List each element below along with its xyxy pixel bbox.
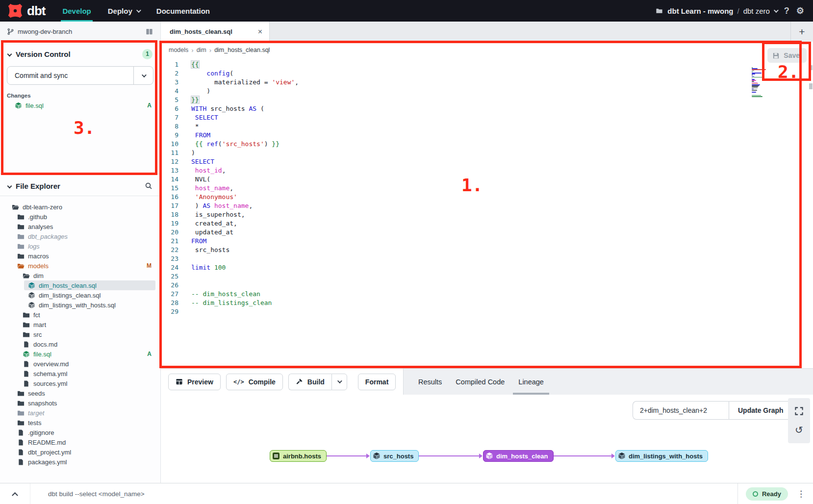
compile-button[interactable]: </> Compile [226, 374, 283, 390]
commit-and-sync-button[interactable]: Commit and sync [7, 66, 153, 85]
gear-icon[interactable]: ⚙ [796, 6, 804, 15]
tree-item-logs[interactable]: logs [13, 241, 155, 251]
tree-item-seeds[interactable]: seeds [13, 388, 155, 398]
tree-item-dim_hosts_clean.sql[interactable]: dim_hosts_clean.sql [24, 280, 155, 290]
code-line[interactable]: 3 materialized = 'view', [161, 78, 813, 87]
code-line[interactable]: 12SELECT [161, 157, 813, 166]
tree-item-.github[interactable]: .github [13, 212, 155, 222]
code-line[interactable]: 15 host_name, [161, 184, 813, 193]
code-line[interactable]: 26 [161, 281, 813, 290]
breadcrumb-models[interactable]: models [169, 47, 188, 53]
scrollbar-mark[interactable] [809, 83, 813, 89]
lineage-edge [323, 455, 369, 456]
book-icon[interactable] [145, 28, 153, 35]
tree-item-packages.yml[interactable]: packages.yml [13, 457, 155, 467]
build-options-caret[interactable] [331, 374, 347, 390]
code-line[interactable]: 28-- dim_listings_clean [161, 299, 813, 307]
code-line[interactable]: 9 FROM [161, 131, 813, 140]
code-line[interactable]: 14 NVL( [161, 175, 813, 184]
tree-item-dim[interactable]: dim [19, 271, 155, 280]
tree-item-file.sql[interactable]: file.sqlA [19, 349, 155, 359]
tree-item-target[interactable]: target [13, 408, 155, 418]
code-line[interactable]: 27-- dim_hosts_clean [161, 290, 813, 299]
tree-item-fct[interactable]: fct [19, 310, 155, 320]
code-line[interactable]: 10 {{ ref('src_hosts') }} [161, 140, 813, 149]
lineage-node-src_hosts[interactable]: src_hosts [370, 450, 419, 462]
code-editor[interactable]: models › dim › dim_hosts_clean.sql Save … [161, 42, 813, 368]
tree-item-dbt_project.yml[interactable]: dbt_project.yml [13, 447, 155, 457]
account-switcher[interactable]: dbt Learn - mwong / dbt zero [655, 7, 777, 15]
code-line[interactable]: 22 src_hosts [161, 246, 813, 254]
code-line[interactable]: 19 created_at, [161, 219, 813, 228]
kebab-menu-icon[interactable]: ⋮ [797, 489, 805, 499]
breadcrumb-dim[interactable]: dim [197, 47, 206, 53]
command-bar-toggle[interactable] [0, 483, 30, 504]
tree-item-analyses[interactable]: analyses [13, 222, 155, 231]
format-button[interactable]: Format [358, 374, 396, 390]
save-button[interactable]: Save [767, 48, 807, 63]
code-line[interactable]: 29 [161, 307, 813, 316]
lineage-node-airbnb.hosts[interactable]: airbnb.hosts [270, 450, 327, 462]
minimap[interactable] [752, 67, 767, 98]
tree-item-dbt-learn-zero[interactable]: dbt-learn-zero [8, 202, 155, 212]
tab-results[interactable]: Results [411, 369, 449, 395]
nav-documentation[interactable]: Documentation [148, 0, 218, 22]
tree-item-tests[interactable]: tests [13, 418, 155, 428]
tree-item-mart[interactable]: mart [19, 320, 155, 329]
tree-item-docs.md[interactable]: docs.md [19, 339, 155, 349]
tab-compiled-code[interactable]: Compiled Code [449, 369, 511, 395]
close-icon[interactable]: × [258, 27, 262, 36]
tree-item-src[interactable]: src [19, 329, 155, 339]
tab-lineage[interactable]: Lineage [511, 369, 551, 395]
new-tab-button[interactable]: + [790, 22, 813, 42]
lineage-node-dim_listings_with_hosts[interactable]: dim_listings_with_hosts [615, 450, 708, 462]
search-icon[interactable] [145, 182, 152, 190]
code-line[interactable]: 1{{ [161, 60, 813, 69]
code-line[interactable]: 13 host_id, [161, 166, 813, 175]
tree-item-dbt_packages[interactable]: dbt_packages [13, 231, 155, 241]
file-explorer-header[interactable]: File Explorer [0, 180, 160, 192]
tab-dim-hosts-clean[interactable]: dim_hosts_clean.sql × [161, 22, 270, 42]
branch-name[interactable]: mwong-dev-branch [18, 28, 72, 35]
tree-item-sources.yml[interactable]: sources.yml [19, 378, 155, 388]
code-content[interactable]: 1{{2 config(3 materialized = 'view',4 )5… [161, 58, 813, 316]
code-line[interactable]: 18 is_superhost, [161, 210, 813, 219]
tree-item-overview.md[interactable]: overview.md [19, 359, 155, 369]
dbt-logo[interactable]: dbt [0, 2, 54, 19]
code-line[interactable]: 25 [161, 272, 813, 281]
tree-item-dim_listings_with_hosts.sql[interactable]: dim_listings_with_hosts.sql [24, 300, 155, 310]
code-line[interactable]: 8 * [161, 122, 813, 131]
code-line[interactable]: 16 'Anonymous' [161, 193, 813, 202]
scrollbar-mark[interactable] [809, 65, 813, 70]
nav-develop[interactable]: Develop [54, 0, 99, 22]
build-button[interactable]: Build [288, 374, 331, 390]
command-input[interactable]: dbt build --select <model_name> [30, 490, 145, 498]
preview-button[interactable]: Preview [168, 374, 221, 390]
lineage-graph[interactable]: airbnb.hostssrc_hostsdim_hosts_cleandim_… [161, 395, 813, 483]
tree-item-snapshots[interactable]: snapshots [13, 398, 155, 408]
code-line[interactable]: 6WITH src_hosts AS ( [161, 104, 813, 113]
code-line[interactable]: 23 [161, 254, 813, 263]
code-line[interactable]: 17 ) AS host_name, [161, 202, 813, 210]
code-line[interactable]: 4 ) [161, 87, 813, 96]
code-line[interactable]: 11) [161, 149, 813, 157]
commit-options-caret[interactable] [133, 67, 153, 84]
tree-item-README.md[interactable]: README.md [13, 437, 155, 447]
code-line[interactable]: 5}} [161, 96, 813, 104]
tree-item-schema.yml[interactable]: schema.yml [19, 369, 155, 378]
lineage-node-dim_hosts_clean[interactable]: dim_hosts_clean [483, 450, 554, 462]
breadcrumb-file[interactable]: dim_hosts_clean.sql [214, 47, 270, 53]
code-line[interactable]: 7 SELECT [161, 113, 813, 122]
tree-item-dim_listings_clean.sql[interactable]: dim_listings_clean.sql [24, 290, 155, 300]
code-line[interactable]: 20 updated_at [161, 228, 813, 237]
code-line[interactable]: 24limit 100 [161, 263, 813, 272]
change-item-file.sql[interactable]: file.sqlA [15, 101, 160, 110]
tree-item-.gitignore[interactable]: .gitignore [13, 428, 155, 437]
code-line[interactable]: 21FROM [161, 237, 813, 246]
nav-deploy[interactable]: Deploy [100, 0, 148, 22]
help-icon[interactable]: ? [784, 6, 789, 15]
version-control-header[interactable]: Version Control 1 [0, 48, 160, 60]
tree-item-macros[interactable]: macros [13, 251, 155, 261]
code-line[interactable]: 2 config( [161, 69, 813, 78]
tree-item-models[interactable]: modelsM [13, 261, 155, 271]
